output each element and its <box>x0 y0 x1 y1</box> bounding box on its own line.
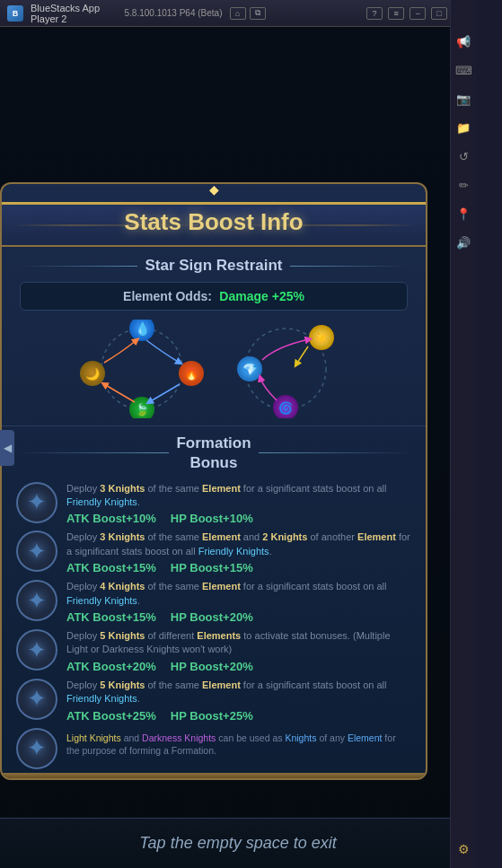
modal-title: Stats Boost Info <box>20 208 408 236</box>
knight-icon-5: ✦ <box>16 679 57 720</box>
knight-star-note: ✦ <box>27 734 47 762</box>
atk-boost-1: ATK Boost+10% <box>66 512 156 525</box>
bs-toolbar: ⌂ ⧉ <box>230 7 266 20</box>
bottom-note-row: ✦ Light Knights and Darkness Knights can… <box>16 728 411 769</box>
formation-section: Formation Bonus ✦ Deploy 3 Knights of th… <box>2 426 426 773</box>
sidebar-icon-3[interactable]: 📷 <box>454 89 473 109</box>
stats-boost-modal: ◆ Stats Boost Info <box>0 182 427 779</box>
app-version: 5.8.100.1013 P64 (Beta) <box>125 8 223 18</box>
knight-star-4: ✦ <box>27 636 47 664</box>
hp-boost-2: HP Boost+15% <box>171 561 253 574</box>
atk-boost-5: ATK Boost+25% <box>66 709 156 723</box>
maximize-button[interactable]: □ <box>431 7 447 20</box>
atk-boost-2: ATK Boost+15% <box>66 561 156 574</box>
title-bar: B BlueStacks App Player 2 5.8.100.1013 P… <box>0 0 476 27</box>
element-odds-value: Damage +25% <box>219 289 304 303</box>
svg-text:🌀: 🌀 <box>278 400 294 416</box>
svg-text:🌙: 🌙 <box>85 366 101 381</box>
knight-star-2: ✦ <box>27 538 47 566</box>
svg-text:🔥: 🔥 <box>184 366 199 381</box>
element-circles: 💧 🌙 🔥 🍃 <box>20 320 408 418</box>
formation-desc-2: Deploy 3 Knights of the same Element and… <box>66 530 411 558</box>
sidebar-icon-1[interactable]: 📢 <box>454 31 473 51</box>
right-element-circle: ☀️ 🌀 💎 <box>223 320 348 418</box>
element-odds-label: Element Odds: <box>123 289 212 303</box>
right-sidebar: 📢 ⌨ 📷 📁 ↺ ✏ 📍 🔊 ⚙ <box>450 0 476 868</box>
sidebar-icon-6[interactable]: ✏ <box>454 175 473 195</box>
formation-text-2: Deploy 3 Knights of the same Element and… <box>66 530 411 574</box>
knight-icon-4: ✦ <box>16 629 57 671</box>
sidebar-icon-4[interactable]: 📁 <box>454 118 473 137</box>
hp-boost-5: HP Boost+25% <box>171 709 253 723</box>
formation-row-1: ✦ Deploy 3 Knights of the same Element f… <box>16 482 411 526</box>
formation-text-4: Deploy 5 Knights of different Elements t… <box>66 629 411 673</box>
element-odds-box: Element Odds: Damage +25% <box>20 282 408 311</box>
svg-text:🍃: 🍃 <box>135 402 150 417</box>
sidebar-icon-7[interactable]: 📍 <box>454 204 473 224</box>
svg-text:💧: 💧 <box>135 321 151 337</box>
atk-boost-3: ATK Boost+15% <box>66 610 156 624</box>
top-ornament: ◆ <box>2 184 426 202</box>
hp-boost-4: HP Boost+20% <box>171 660 253 673</box>
left-tab[interactable]: ◀ <box>0 430 14 466</box>
modal-bottom-border <box>2 773 426 778</box>
svg-text:💎: 💎 <box>242 362 258 377</box>
formation-text-3: Deploy 4 Knights of the same Element for… <box>66 580 411 624</box>
help-icon[interactable]: ? <box>366 7 383 20</box>
game-area: ◀ ◆ Sta <box>0 27 476 868</box>
sidebar-icon-2[interactable]: ⌨ <box>454 60 473 80</box>
formation-row-2: ✦ Deploy 3 Knights of the same Element a… <box>16 530 411 574</box>
formation-desc-1: Deploy 3 Knights of the same Element for… <box>66 482 411 510</box>
formation-title-row: Formation Bonus <box>16 434 411 473</box>
sidebar-icon-8[interactable]: 🔊 <box>454 232 473 252</box>
app-title: BlueStacks App Player 2 <box>31 3 118 24</box>
knight-icon-3: ✦ <box>16 580 57 621</box>
formation-boosts-5: ATK Boost+25% HP Boost+25% <box>66 709 411 723</box>
formation-title: Formation Bonus <box>176 434 251 473</box>
app-icon: B <box>7 5 23 22</box>
left-element-circle: 💧 🌙 🔥 🍃 <box>79 320 205 418</box>
knight-star-1: ✦ <box>27 488 47 516</box>
formation-desc-4: Deploy 5 Knights of different Elements t… <box>66 629 411 657</box>
formation-text-5: Deploy 5 Knights of the same Element for… <box>66 679 411 723</box>
knight-star-5: ✦ <box>27 685 47 713</box>
formation-text-1: Deploy 3 Knights of the same Element for… <box>66 482 411 526</box>
layers-icon[interactable]: ⧉ <box>250 7 266 20</box>
star-sign-section: Star Sign Restraint Element Odds: Damage… <box>2 247 426 425</box>
formation-boosts-4: ATK Boost+20% HP Boost+20% <box>66 660 411 673</box>
sidebar-icon-5[interactable]: ↺ <box>454 146 473 166</box>
formation-desc-5: Deploy 5 Knights of the same Element for… <box>66 679 411 706</box>
knight-icon-2: ✦ <box>16 530 57 572</box>
formation-row-4: ✦ Deploy 5 Knights of different Elements… <box>16 629 411 673</box>
formation-row-3: ✦ Deploy 4 Knights of the same Element f… <box>16 580 411 624</box>
sidebar-settings-icon[interactable]: ⚙ <box>454 839 473 859</box>
modal-overlay[interactable]: ◆ Stats Boost Info <box>0 27 476 868</box>
minimize-button[interactable]: − <box>410 7 426 20</box>
svg-text:☀️: ☀️ <box>314 330 330 346</box>
bottom-tap-area[interactable]: Tap the empty space to exit <box>0 818 476 868</box>
tap-text: Tap the empty space to exit <box>139 834 336 853</box>
formation-row-5: ✦ Deploy 5 Knights of the same Element f… <box>16 679 411 723</box>
formation-boosts-3: ATK Boost+15% HP Boost+20% <box>66 610 411 624</box>
formation-boosts-2: ATK Boost+15% HP Boost+15% <box>66 561 411 574</box>
knight-icon-1: ✦ <box>16 482 57 523</box>
bottom-note-text: Light Knights and Darkness Knights can b… <box>66 728 411 758</box>
formation-boosts-1: ATK Boost+10% HP Boost+10% <box>66 512 411 525</box>
knight-star-3: ✦ <box>27 587 47 615</box>
modal-header: Stats Boost Info <box>2 202 426 247</box>
hp-boost-3: HP Boost+20% <box>171 610 253 624</box>
menu-icon[interactable]: ≡ <box>388 7 404 20</box>
star-sign-title: Star Sign Restraint <box>145 256 282 276</box>
formation-desc-3: Deploy 4 Knights of the same Element for… <box>66 580 411 608</box>
hp-boost-1: HP Boost+10% <box>171 512 253 525</box>
knight-icon-note: ✦ <box>16 728 57 769</box>
atk-boost-4: ATK Boost+20% <box>66 660 156 673</box>
home-icon[interactable]: ⌂ <box>230 7 246 20</box>
